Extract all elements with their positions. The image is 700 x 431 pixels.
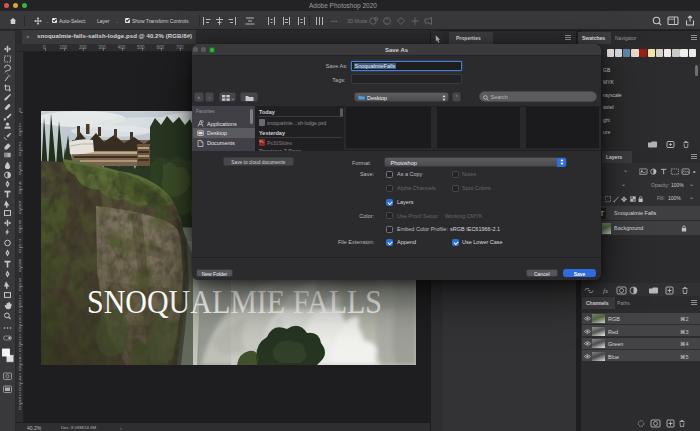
svg-text:fx: fx [603,287,609,295]
svg-text:SNOQUALMIE FALLS: SNOQUALMIE FALLS [87,283,382,319]
